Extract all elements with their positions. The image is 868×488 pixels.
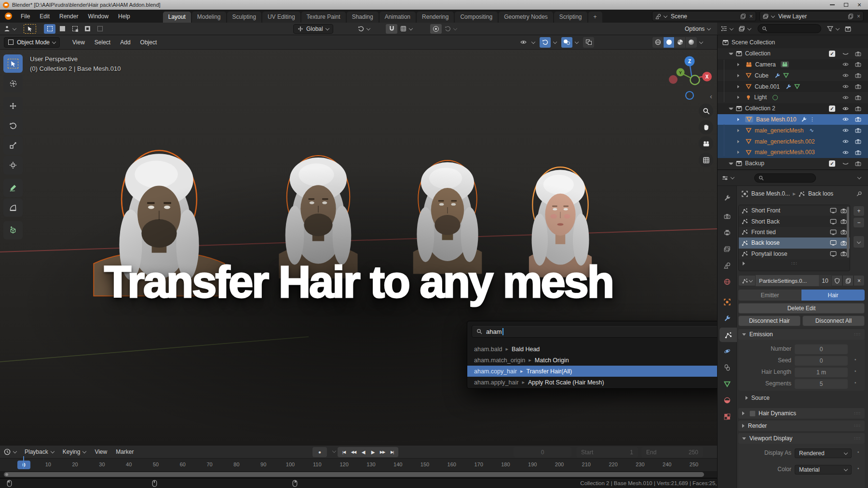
menu-render[interactable]: Render	[54, 10, 83, 23]
close-button[interactable]: ×	[853, 0, 866, 10]
timeline-menu-keying[interactable]: Keying	[58, 448, 91, 455]
search-result-bald[interactable]: aham.bald ▸ Bald Head	[467, 343, 731, 355]
grip-handle[interactable]: ∷∷	[791, 261, 797, 266]
camera-restrict-icon[interactable]	[855, 150, 861, 155]
new-scene-icon[interactable]	[740, 13, 746, 19]
select-mode-intersect-button[interactable]	[94, 24, 106, 34]
eye-icon[interactable]	[842, 117, 849, 121]
datablock-users-count[interactable]: 10	[819, 275, 831, 286]
tab-material[interactable]	[718, 393, 737, 408]
eye-icon[interactable]	[842, 73, 849, 78]
select-mode-invert-button[interactable]	[81, 24, 93, 34]
eye-closed-icon[interactable]	[842, 52, 849, 56]
proportional-editing-toggle[interactable]	[430, 24, 442, 34]
timeline-menu-view[interactable]: View	[90, 448, 111, 455]
remove-particle-system-button[interactable]: −	[853, 217, 865, 228]
animate-dot-icon[interactable]: •	[857, 449, 859, 455]
unlink-scene-icon[interactable]: ×	[749, 13, 753, 20]
tab-tool[interactable]	[718, 191, 737, 205]
particle-system-ponytail-loose[interactable]: Ponytail loose	[739, 249, 850, 259]
expand-icon[interactable]	[737, 74, 742, 77]
tab-rendering[interactable]: Rendering	[417, 12, 454, 23]
particle-system-short-front[interactable]: Short Front	[739, 205, 850, 216]
timeline-menu-playback[interactable]: Playback	[20, 448, 58, 455]
checkbox-icon[interactable]: ✓	[829, 160, 835, 167]
number-field[interactable]: 0	[795, 344, 848, 354]
particle-system-front-tied[interactable]: Front tied	[739, 227, 850, 237]
eye-icon[interactable]	[842, 150, 849, 155]
play-button[interactable]: ▶	[368, 448, 378, 457]
camera-icon[interactable]	[841, 219, 847, 224]
add-workspace-button[interactable]: +	[588, 12, 602, 23]
copy-datablock-button[interactable]	[842, 275, 854, 286]
outliner-search-input[interactable]	[758, 24, 821, 33]
menu-file[interactable]: File	[16, 10, 35, 23]
eye-icon[interactable]	[842, 62, 849, 66]
frame-end-field[interactable]: End250	[641, 447, 703, 457]
outliner-row-cube-001[interactable]: Cube.001	[718, 81, 868, 92]
camera-icon[interactable]	[841, 229, 847, 235]
eye-icon[interactable]	[842, 128, 849, 132]
segments-field[interactable]: 5	[795, 379, 848, 389]
zoom-button[interactable]	[699, 104, 713, 118]
camera-restrict-icon[interactable]	[855, 95, 861, 100]
eye-icon[interactable]	[842, 139, 849, 144]
shading-wireframe-button[interactable]	[652, 37, 664, 48]
camera-restrict-icon[interactable]	[855, 128, 861, 133]
render-panel-header[interactable]: Render ∷∷	[738, 421, 865, 431]
tool-add-cube[interactable]	[3, 221, 23, 239]
tool-measure[interactable]	[3, 198, 23, 217]
hair-dynamics-checkbox[interactable]	[749, 410, 756, 417]
outliner-row-camera[interactable]: Camera	[718, 59, 868, 70]
expand-icon[interactable]	[737, 118, 742, 121]
tab-constraints[interactable]	[718, 360, 737, 375]
timeline-editor-icon[interactable]	[4, 448, 11, 455]
remove-view-layer-icon[interactable]: ×	[857, 13, 860, 20]
search-result-apply-rot-scale[interactable]: aham.apply_hair ▸ Apply Rot Scale (Hair …	[467, 377, 731, 388]
tab-texture-paint[interactable]: Texture Paint	[301, 12, 346, 23]
next-keyframe-button[interactable]: ▶▶	[378, 448, 387, 457]
camera-icon[interactable]	[841, 251, 847, 256]
active-tool-select-box[interactable]	[24, 24, 36, 34]
eye-icon[interactable]	[842, 84, 849, 89]
tab-modifiers[interactable]	[718, 311, 737, 326]
seed-field[interactable]: 0	[795, 356, 848, 366]
add-particle-system-button[interactable]: +	[853, 206, 865, 216]
tab-geometry-nodes[interactable]: Geometry Nodes	[499, 12, 553, 23]
proportional-falloff-dropdown[interactable]	[445, 24, 457, 34]
tool-select-box[interactable]	[3, 54, 23, 73]
scene-selector[interactable]: Scene ×	[652, 11, 756, 21]
tab-object[interactable]	[718, 295, 737, 309]
disconnect-all-button[interactable]: Disconnect All	[802, 316, 865, 326]
tab-output[interactable]	[718, 225, 737, 240]
expand-icon[interactable]	[743, 262, 745, 265]
tab-layout[interactable]: Layout	[163, 12, 191, 23]
perspective-toggle-button[interactable]	[699, 153, 713, 167]
tab-sculpting[interactable]: Sculpting	[227, 12, 261, 23]
tab-render[interactable]	[718, 209, 737, 224]
camera-restrict-icon[interactable]	[855, 51, 861, 56]
outliner-row-collection-2[interactable]: Collection 2 ✓	[718, 103, 868, 114]
camera-restrict-icon[interactable]	[855, 139, 861, 144]
particle-system-short-back[interactable]: Short Back	[739, 216, 850, 226]
previous-keyframe-button[interactable]: ◀◀	[349, 448, 358, 457]
animate-dot-icon[interactable]: •	[854, 357, 856, 362]
snap-target-dropdown[interactable]	[400, 24, 412, 34]
expand-icon[interactable]	[737, 129, 742, 132]
delete-edit-button[interactable]: Delete Edit	[738, 303, 865, 314]
animate-dot-icon[interactable]: •	[854, 369, 856, 374]
checkbox-icon[interactable]: ✓	[829, 106, 835, 112]
viewport-menu-select[interactable]: Select	[90, 39, 115, 46]
expand-icon[interactable]	[737, 140, 742, 143]
emission-panel-header[interactable]: Emission ∷∷	[738, 329, 865, 340]
sidebar-toggle-icon[interactable]: ‹	[710, 92, 712, 100]
shading-material-button[interactable]	[675, 37, 686, 48]
fake-user-button[interactable]	[831, 275, 842, 286]
camera-restrict-icon[interactable]	[855, 106, 861, 111]
expand-icon[interactable]	[737, 96, 742, 99]
search-result-copy-hair-selected[interactable]: aham.copy_hair ▸ Transfer Hair(All)	[467, 366, 731, 377]
tab-world[interactable]	[718, 275, 737, 289]
outliner-row-male-genericmesh-003[interactable]: male_genericMesh.003	[718, 147, 868, 158]
minimize-button[interactable]	[826, 0, 839, 10]
tool-transform[interactable]	[3, 156, 23, 174]
